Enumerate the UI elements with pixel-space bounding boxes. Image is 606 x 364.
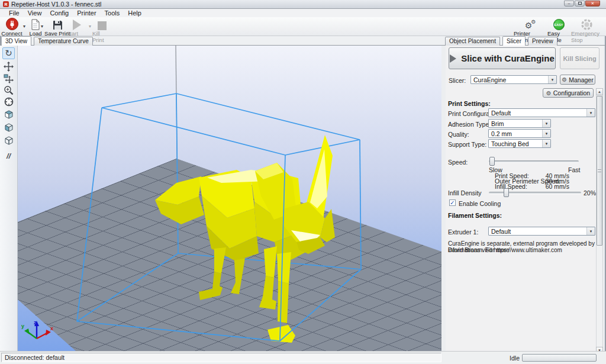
speed-slider-thumb[interactable]	[489, 157, 495, 166]
menu-config[interactable]: Config	[46, 9, 73, 17]
tab-temperature-curve[interactable]: Temperature Curve	[34, 37, 93, 46]
slicer-select[interactable]: CuraEngine ▾	[470, 75, 557, 84]
check-icon: ✓	[450, 199, 454, 206]
front-cube-icon	[3, 122, 14, 133]
support-type-value: Touching Bed	[489, 140, 542, 147]
rotate-icon: ↻	[5, 48, 12, 59]
quality-label: Quality:	[448, 131, 469, 138]
move-object-tool[interactable]	[2, 72, 15, 84]
scrollbar-up-button[interactable]: ▲	[596, 88, 603, 95]
view-tabstrip: 3D View Temperature Curve	[1, 36, 94, 45]
zoom-in-tool[interactable]	[2, 84, 15, 96]
extruder-value: Default	[489, 228, 586, 235]
isometric-view-tool[interactable]	[2, 108, 15, 120]
infill-density-slider-track[interactable]	[489, 192, 581, 194]
manager-button[interactable]: ⚙ Manager	[560, 75, 595, 85]
rotate-view-tool[interactable]: ↻	[2, 47, 15, 59]
printer-state-text: Idle	[496, 355, 520, 362]
move-cross-icon	[4, 62, 14, 72]
extruder-select[interactable]: Default ▾	[488, 227, 595, 236]
kill-print-button: Kill Print	[92, 18, 111, 43]
extruder-label: Extruder 1:	[448, 228, 478, 236]
chevron-down-icon: ▾	[542, 120, 550, 127]
wireframe-view-tool[interactable]	[2, 134, 15, 146]
panel-splitter[interactable]	[441, 46, 446, 351]
menu-printer[interactable]: Printer	[73, 9, 100, 17]
adhesion-type-value: Brim	[489, 120, 542, 127]
printer-settings-gears-icon: ⚙⚙	[525, 18, 533, 30]
axis-z-label: z	[34, 320, 37, 326]
kill-slicing-label: Kill Slicing	[563, 55, 596, 62]
manager-label: Manager	[569, 76, 593, 83]
zoom-in-icon	[4, 85, 14, 95]
close-icon: ✕	[591, 1, 595, 5]
configuration-button[interactable]: ⚙ Configuration	[543, 88, 594, 98]
tab-preview[interactable]: Preview	[528, 37, 557, 46]
filament-settings-header: Filament Settings:	[448, 212, 502, 219]
tab-slicer[interactable]: Slicer	[502, 36, 526, 46]
move-view-tool[interactable]	[2, 60, 15, 72]
configuration-label: Configuration	[553, 89, 590, 96]
tab-3d-view[interactable]: 3D View	[1, 36, 31, 46]
slicer-field-label: Slicer:	[449, 77, 466, 84]
isometric-cube-icon	[3, 109, 14, 120]
configuration-gear-icon: ⚙	[546, 90, 552, 96]
zoom-fit-tool[interactable]	[2, 96, 15, 108]
start-print-play-icon	[73, 18, 81, 30]
zoom-fit-icon	[4, 96, 14, 107]
connect-dropdown-caret[interactable]: ▾	[23, 24, 25, 29]
save-floppy-icon	[53, 18, 63, 30]
kill-print-label: Kill Print	[92, 30, 111, 43]
chevron-down-icon: ▾	[586, 109, 595, 117]
print-configuration-select[interactable]: Default ▾	[488, 108, 595, 117]
connect-button[interactable]: Connect	[1, 18, 22, 37]
print-settings-header: Print Settings:	[448, 100, 491, 107]
slice-button-label: Slice with CuraEngine	[461, 53, 555, 63]
load-file-icon	[31, 18, 40, 30]
kill-slicing-button: Kill Slicing	[560, 47, 599, 69]
infill-density-value: 20%	[584, 189, 596, 197]
connect-plug-icon	[6, 18, 18, 30]
parallel-projection-tool[interactable]: //	[2, 150, 15, 162]
job-progress-bar	[522, 354, 597, 362]
adhesion-type-label: Adhesion Type:	[448, 121, 491, 128]
slice-button[interactable]: Slice with CuraEngine	[449, 47, 556, 69]
infill-speed-label: Infill Speed:	[495, 183, 527, 190]
scrollbar-thumb-grip	[598, 169, 601, 172]
kill-print-stop-icon	[98, 18, 107, 30]
maximize-button[interactable]	[575, 1, 585, 7]
menu-file[interactable]: File	[5, 9, 24, 17]
enable-cooling-checkbox[interactable]: ✓	[449, 199, 456, 206]
quality-select[interactable]: 0.2 mm ▾	[488, 129, 551, 138]
slice-play-icon	[450, 54, 456, 63]
adhesion-type-select[interactable]: Brim ▾	[488, 119, 551, 128]
speed-slider-track[interactable]	[489, 160, 579, 163]
print-configuration-value: Default	[489, 109, 586, 117]
close-button[interactable]: ✕	[585, 1, 600, 7]
enable-cooling-label: Enable Cooling	[459, 200, 501, 207]
infill-density-slider-thumb[interactable]	[504, 188, 509, 197]
tab-object-placement[interactable]: Object Placement	[445, 37, 500, 46]
axis-x-label: x	[50, 326, 53, 331]
viewport-3d[interactable]: z x y	[18, 46, 441, 351]
menu-help[interactable]: Help	[124, 9, 146, 17]
connection-status-text: Disconnected: default	[5, 354, 65, 361]
speed-fast-label: Fast	[568, 166, 580, 173]
emergency-stop-icon	[581, 18, 592, 30]
panel-tabstrip: Object Placement Slicer Preview Manual C…	[445, 36, 606, 45]
window-title: Repetier-Host V1.0.3 - fennec.stl	[11, 1, 101, 8]
chevron-down-icon: ▾	[542, 130, 550, 137]
infill-density-label: Infill Density	[448, 189, 482, 197]
chevron-down-icon: ▾	[586, 227, 595, 235]
parallel-lines-icon: //	[7, 152, 11, 160]
menu-view[interactable]: View	[24, 9, 46, 17]
minimize-button[interactable]: –	[564, 1, 574, 7]
menu-tools[interactable]: Tools	[101, 9, 124, 17]
app-icon: R	[3, 1, 9, 7]
load-dropdown-caret[interactable]: ▾	[41, 24, 43, 29]
view-tools-toolbar: ↻ //	[0, 46, 18, 351]
support-type-select[interactable]: Touching Bed ▾	[488, 139, 551, 148]
move-object-icon	[4, 73, 14, 83]
quality-value: 0.2 mm	[489, 130, 542, 137]
front-view-tool[interactable]	[2, 121, 15, 133]
